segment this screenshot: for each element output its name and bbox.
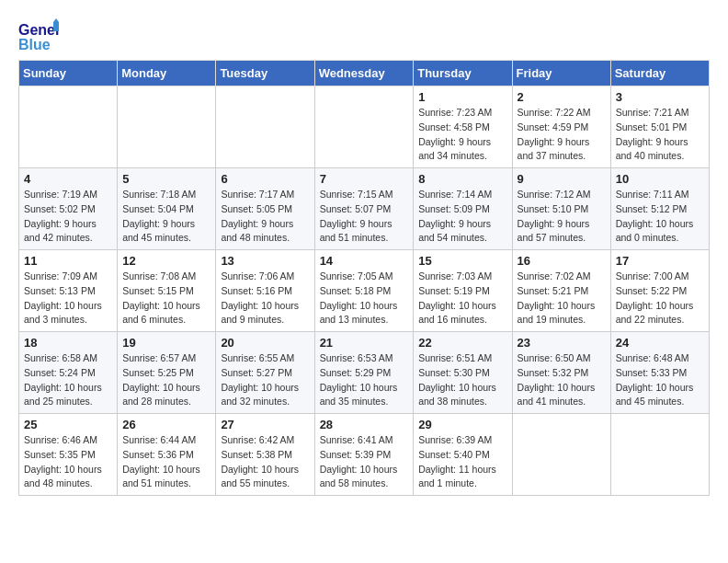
day-info: Sunrise: 7:19 AM Sunset: 5:02 PM Dayligh…: [24, 188, 112, 246]
calendar-cell: [216, 86, 314, 168]
day-info: Sunrise: 7:09 AM Sunset: 5:13 PM Dayligh…: [24, 270, 112, 327]
calendar-cell: 6Sunrise: 7:17 AM Sunset: 5:05 PM Daylig…: [216, 168, 314, 250]
day-info: Sunrise: 7:03 AM Sunset: 5:19 PM Dayligh…: [418, 270, 506, 327]
day-info: Sunrise: 6:50 AM Sunset: 5:32 PM Dayligh…: [518, 351, 606, 409]
calendar-cell: 8Sunrise: 7:14 AM Sunset: 5:09 PM Daylig…: [414, 168, 512, 250]
calendar-cell: 2Sunrise: 7:22 AM Sunset: 4:59 PM Daylig…: [512, 86, 610, 168]
calendar-cell: 12Sunrise: 7:08 AM Sunset: 5:15 PM Dayli…: [118, 250, 216, 332]
day-info: Sunrise: 7:08 AM Sunset: 5:15 PM Dayligh…: [122, 270, 210, 327]
day-number: 17: [616, 254, 704, 268]
svg-marker-2: [53, 22, 59, 31]
calendar-cell: 4Sunrise: 7:19 AM Sunset: 5:02 PM Daylig…: [19, 168, 118, 250]
day-info: Sunrise: 6:57 AM Sunset: 5:25 PM Dayligh…: [122, 351, 210, 409]
calendar-cell: [118, 86, 216, 168]
day-info: Sunrise: 6:42 AM Sunset: 5:38 PM Dayligh…: [221, 433, 309, 491]
calendar-cell: [512, 414, 610, 496]
day-info: Sunrise: 6:41 AM Sunset: 5:39 PM Dayligh…: [320, 433, 409, 491]
day-number: 18: [24, 336, 112, 350]
day-info: Sunrise: 7:18 AM Sunset: 5:04 PM Dayligh…: [122, 188, 210, 246]
week-row-2: 11Sunrise: 7:09 AM Sunset: 5:13 PM Dayli…: [19, 250, 710, 332]
calendar-cell: [314, 86, 414, 168]
day-number: 5: [122, 172, 210, 186]
week-row-0: 1Sunrise: 7:23 AM Sunset: 4:58 PM Daylig…: [19, 86, 710, 168]
calendar-cell: [610, 414, 709, 496]
calendar-cell: 15Sunrise: 7:03 AM Sunset: 5:19 PM Dayli…: [414, 250, 512, 332]
day-info: Sunrise: 7:14 AM Sunset: 5:09 PM Dayligh…: [418, 188, 506, 246]
calendar-cell: 25Sunrise: 6:46 AM Sunset: 5:35 PM Dayli…: [19, 414, 118, 496]
calendar-cell: 5Sunrise: 7:18 AM Sunset: 5:04 PM Daylig…: [118, 168, 216, 250]
calendar-cell: 22Sunrise: 6:51 AM Sunset: 5:30 PM Dayli…: [414, 332, 512, 414]
calendar-cell: 16Sunrise: 7:02 AM Sunset: 5:21 PM Dayli…: [512, 250, 610, 332]
weekday-header-saturday: Saturday: [610, 61, 709, 86]
day-info: Sunrise: 7:17 AM Sunset: 5:05 PM Dayligh…: [221, 188, 309, 246]
day-number: 27: [221, 418, 309, 431]
day-number: 24: [616, 336, 704, 350]
day-number: 26: [122, 418, 210, 431]
day-info: Sunrise: 7:02 AM Sunset: 5:21 PM Dayligh…: [518, 270, 606, 327]
day-number: 15: [418, 254, 506, 268]
calendar-cell: 10Sunrise: 7:11 AM Sunset: 5:12 PM Dayli…: [610, 168, 709, 250]
day-number: 14: [320, 254, 409, 268]
day-number: 3: [616, 90, 704, 104]
day-info: Sunrise: 7:06 AM Sunset: 5:16 PM Dayligh…: [221, 270, 309, 327]
day-number: 12: [122, 254, 210, 268]
header-area: General Blue: [18, 18, 710, 51]
day-info: Sunrise: 7:15 AM Sunset: 5:07 PM Dayligh…: [320, 188, 409, 246]
day-info: Sunrise: 7:22 AM Sunset: 4:59 PM Dayligh…: [518, 106, 606, 164]
day-number: 21: [320, 336, 409, 350]
weekday-header-thursday: Thursday: [414, 61, 512, 86]
day-number: 9: [518, 172, 606, 186]
logo-icon: General Blue: [18, 18, 55, 51]
week-row-3: 18Sunrise: 6:58 AM Sunset: 5:24 PM Dayli…: [19, 332, 710, 414]
day-number: 2: [518, 90, 606, 104]
day-number: 28: [320, 418, 409, 431]
calendar-cell: 26Sunrise: 6:44 AM Sunset: 5:36 PM Dayli…: [118, 414, 216, 496]
day-number: 10: [616, 172, 704, 186]
weekday-header-sunday: Sunday: [19, 61, 118, 86]
calendar-cell: 18Sunrise: 6:58 AM Sunset: 5:24 PM Dayli…: [19, 332, 118, 414]
day-info: Sunrise: 6:53 AM Sunset: 5:29 PM Dayligh…: [320, 351, 409, 409]
calendar-cell: 9Sunrise: 7:12 AM Sunset: 5:10 PM Daylig…: [512, 168, 610, 250]
calendar-cell: 28Sunrise: 6:41 AM Sunset: 5:39 PM Dayli…: [314, 414, 414, 496]
day-number: 1: [418, 90, 506, 104]
day-info: Sunrise: 6:55 AM Sunset: 5:27 PM Dayligh…: [221, 351, 309, 409]
day-number: 19: [122, 336, 210, 350]
day-info: Sunrise: 7:11 AM Sunset: 5:12 PM Dayligh…: [616, 188, 704, 246]
day-number: 11: [24, 254, 112, 268]
calendar-cell: 11Sunrise: 7:09 AM Sunset: 5:13 PM Dayli…: [19, 250, 118, 332]
calendar-cell: 21Sunrise: 6:53 AM Sunset: 5:29 PM Dayli…: [314, 332, 414, 414]
day-info: Sunrise: 6:46 AM Sunset: 5:35 PM Dayligh…: [24, 433, 112, 491]
day-info: Sunrise: 6:39 AM Sunset: 5:40 PM Dayligh…: [418, 433, 506, 491]
day-info: Sunrise: 6:48 AM Sunset: 5:33 PM Dayligh…: [616, 351, 704, 409]
week-row-4: 25Sunrise: 6:46 AM Sunset: 5:35 PM Dayli…: [19, 414, 710, 496]
calendar-cell: [19, 86, 118, 168]
day-number: 23: [518, 336, 606, 350]
logo: General Blue: [18, 18, 59, 51]
day-number: 7: [320, 172, 409, 186]
day-number: 25: [24, 418, 112, 431]
weekday-header-monday: Monday: [118, 61, 216, 86]
day-number: 20: [221, 336, 309, 350]
day-number: 8: [418, 172, 506, 186]
weekday-header-tuesday: Tuesday: [216, 61, 314, 86]
weekday-header-row: SundayMondayTuesdayWednesdayThursdayFrid…: [19, 61, 710, 86]
svg-text:General: General: [18, 22, 59, 38]
day-info: Sunrise: 7:21 AM Sunset: 5:01 PM Dayligh…: [616, 106, 704, 164]
weekday-header-friday: Friday: [512, 61, 610, 86]
weekday-header-wednesday: Wednesday: [314, 61, 414, 86]
day-info: Sunrise: 6:51 AM Sunset: 5:30 PM Dayligh…: [418, 351, 506, 409]
day-info: Sunrise: 7:12 AM Sunset: 5:10 PM Dayligh…: [518, 188, 606, 246]
day-number: 29: [418, 418, 506, 431]
day-number: 4: [24, 172, 112, 186]
calendar-cell: 20Sunrise: 6:55 AM Sunset: 5:27 PM Dayli…: [216, 332, 314, 414]
day-number: 16: [518, 254, 606, 268]
day-info: Sunrise: 6:58 AM Sunset: 5:24 PM Dayligh…: [24, 351, 112, 409]
calendar-cell: 27Sunrise: 6:42 AM Sunset: 5:38 PM Dayli…: [216, 414, 314, 496]
calendar-cell: 19Sunrise: 6:57 AM Sunset: 5:25 PM Dayli…: [118, 332, 216, 414]
calendar-cell: 29Sunrise: 6:39 AM Sunset: 5:40 PM Dayli…: [414, 414, 512, 496]
calendar-cell: 3Sunrise: 7:21 AM Sunset: 5:01 PM Daylig…: [610, 86, 709, 168]
svg-text:Blue: Blue: [18, 37, 51, 52]
calendar-cell: 1Sunrise: 7:23 AM Sunset: 4:58 PM Daylig…: [414, 86, 512, 168]
day-info: Sunrise: 7:23 AM Sunset: 4:58 PM Dayligh…: [418, 106, 506, 164]
calendar-cell: 17Sunrise: 7:00 AM Sunset: 5:22 PM Dayli…: [610, 250, 709, 332]
